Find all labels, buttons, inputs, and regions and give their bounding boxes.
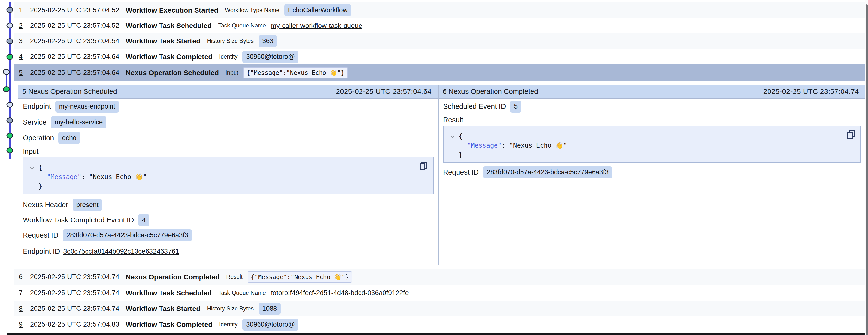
- field-endpoint: Endpoint my-nexus-endpoint: [19, 99, 438, 114]
- field-request-id: Request ID 283fd070-d57a-4423-bdca-c5c77…: [439, 165, 865, 179]
- event-row-8[interactable]: 8 2025-02-25 UTC 23:57:04.74 Workflow Ta…: [14, 301, 865, 316]
- event-id-link[interactable]: 1: [19, 6, 26, 14]
- event-id-link[interactable]: 9: [19, 321, 26, 328]
- event-name: Workflow Task Scheduled: [126, 289, 212, 297]
- field-label: Nexus Header: [23, 201, 68, 209]
- field-value-badge: 283fd070-d57a-4423-bdca-c5c779e6a3f3: [483, 166, 612, 178]
- field-label: Request ID: [443, 168, 478, 176]
- workflow-history-page: 1 2025-02-25 UTC 23:57:04.52 Workflow Ex…: [0, 0, 868, 335]
- field-value-badge: 5: [510, 101, 521, 113]
- event-attr-label: History Size Bytes: [207, 38, 254, 45]
- field-value-badge: my-nexus-endpoint: [55, 101, 119, 113]
- timeline-dot-1[interactable]: [7, 7, 13, 12]
- json-close-brace: }: [38, 182, 147, 191]
- event-row-4[interactable]: 4 2025-02-25 UTC 23:57:04.64 Workflow Ta…: [14, 49, 865, 64]
- event-name: Nexus Operation Scheduled: [126, 69, 219, 77]
- event-id-link[interactable]: 5: [19, 69, 26, 77]
- panel-header: 5 Nexus Operation Scheduled 2025-02-25 U…: [19, 85, 438, 99]
- json-separator: :: [81, 173, 89, 180]
- collapse-chevron-icon[interactable]: [30, 166, 35, 170]
- copy-icon: [847, 130, 855, 139]
- event-row-1[interactable]: 1 2025-02-25 UTC 23:57:04.52 Workflow Ex…: [14, 2, 865, 18]
- field-label: Workflow Task Completed Event ID: [23, 216, 134, 224]
- event-name: Workflow Task Started: [126, 37, 200, 45]
- collapse-chevron-icon[interactable]: [450, 135, 455, 138]
- timeline-dot-5-completed[interactable]: [3, 87, 9, 92]
- event-attr-label: Task Queue Name: [218, 290, 266, 296]
- scrollbar-track[interactable]: [865, 0, 868, 335]
- timeline-dot-8[interactable]: [7, 133, 13, 138]
- event-row-5-selected[interactable]: 5 2025-02-25 UTC 23:57:04.64 Nexus Opera…: [14, 64, 865, 81]
- event-name: Workflow Task Started: [126, 305, 200, 313]
- field-label: Endpoint ID: [23, 247, 60, 255]
- event-attr-label: History Size Bytes: [207, 305, 254, 312]
- timeline-dot-9[interactable]: [7, 148, 13, 153]
- field-scheduled-event-id: Scheduled Event ID 5: [439, 99, 865, 114]
- field-label: Endpoint: [23, 103, 51, 111]
- event-name: Workflow Task Scheduled: [126, 22, 212, 30]
- event-attr-badge: 30960@totoro@: [242, 51, 299, 63]
- event-detail-panels: 5 Nexus Operation Scheduled 2025-02-25 U…: [18, 85, 866, 266]
- event-timestamp: 2025-02-25 UTC 23:57:04.54: [30, 37, 126, 45]
- timeline-dot-4[interactable]: [7, 54, 13, 60]
- json-line: "Message": "Nexus Echo 👋": [459, 141, 567, 150]
- event-id-link[interactable]: 8: [19, 305, 26, 312]
- copy-button[interactable]: [419, 161, 428, 171]
- timeline-dot-3[interactable]: [7, 39, 13, 44]
- event-row-7[interactable]: 7 2025-02-25 UTC 23:57:04.74 Workflow Ta…: [14, 285, 865, 301]
- scrollbar-thumb[interactable]: [866, 4, 868, 335]
- panel-timestamp: 2025-02-25 UTC 23:57:04.64: [336, 88, 432, 96]
- copy-button[interactable]: [847, 130, 855, 139]
- event-id-link[interactable]: 3: [19, 37, 26, 45]
- json-key: "Message": [467, 142, 502, 149]
- json-close-brace: }: [459, 150, 567, 160]
- event-timestamp: 2025-02-25 UTC 23:57:04.83: [30, 321, 126, 328]
- event-timestamp: 2025-02-25 UTC 23:57:04.64: [30, 69, 126, 77]
- timeline-dot-6[interactable]: [7, 102, 13, 107]
- timeline-dot-2[interactable]: [7, 23, 13, 28]
- field-value-badge: echo: [58, 132, 80, 144]
- field-value-badge: 283fd070-d57a-4423-bdca-c5c779e6a3f3: [63, 229, 192, 241]
- event-json-badge: {"Message":"Nexus Echo 👋"}: [243, 67, 348, 78]
- event-row-9[interactable]: 9 2025-02-25 UTC 23:57:04.83 Workflow Ta…: [14, 316, 865, 333]
- event-id-link[interactable]: 4: [19, 53, 26, 61]
- json-code: { "Message": "Nexus Echo 👋" }: [38, 163, 147, 194]
- event-timestamp: 2025-02-25 UTC 23:57:04.64: [30, 53, 126, 61]
- event-timestamp: 2025-02-25 UTC 23:57:04.74: [30, 273, 126, 281]
- event-id-link[interactable]: 6: [19, 273, 26, 281]
- json-open-brace: {: [38, 163, 147, 172]
- panel-nexus-operation-scheduled: 5 Nexus Operation Scheduled 2025-02-25 U…: [19, 85, 438, 265]
- event-attr-badge: EchoCallerWorkflow: [284, 4, 351, 16]
- json-code: { "Message": "Nexus Echo 👋" }: [459, 132, 567, 162]
- field-label: Operation: [23, 134, 54, 142]
- event-attr-badge: 30960@totoro@: [242, 318, 299, 331]
- event-id-link[interactable]: 2: [19, 22, 26, 29]
- task-queue-link[interactable]: my-caller-workflow-task-queue: [271, 22, 362, 30]
- event-name: Workflow Task Completed: [126, 320, 213, 329]
- task-queue-link[interactable]: totoro:f494fecf-2d51-4d48-bdcd-036a0f912…: [271, 289, 409, 297]
- event-timestamp: 2025-02-25 UTC 23:57:04.52: [30, 22, 126, 29]
- endpoint-id-link[interactable]: 3c0c75ccfa8144b092c13ce632463761: [63, 247, 179, 255]
- event-attr-label: Task Queue Name: [218, 22, 266, 29]
- event-timestamp: 2025-02-25 UTC 23:57:04.74: [30, 289, 126, 297]
- event-attr-label: Input: [225, 69, 238, 76]
- panel-nexus-operation-completed: 6 Nexus Operation Completed 2025-02-25 U…: [438, 85, 865, 265]
- event-attr-label: Result: [226, 274, 243, 280]
- event-row-6[interactable]: 6 2025-02-25 UTC 23:57:04.74 Nexus Opera…: [14, 269, 865, 285]
- event-name: Nexus Operation Completed: [126, 273, 220, 281]
- result-label: Result: [439, 114, 865, 125]
- field-value-badge: present: [72, 199, 102, 211]
- field-endpoint-id: Endpoint ID 3c0c75ccfa8144b092c13ce63246…: [19, 245, 438, 258]
- bottom-edge: [7, 333, 865, 335]
- timeline-dot-5-scheduled[interactable]: [3, 69, 9, 75]
- json-value: "Nexus Echo 👋": [89, 173, 147, 180]
- event-name: Workflow Task Completed: [126, 53, 213, 61]
- event-row-3[interactable]: 3 2025-02-25 UTC 23:57:04.54 Workflow Ta…: [14, 33, 865, 49]
- field-operation: Operation echo: [19, 130, 438, 146]
- timeline-dot-7[interactable]: [7, 118, 13, 123]
- event-row-2[interactable]: 2 2025-02-25 UTC 23:57:04.52 Workflow Ta…: [14, 18, 865, 33]
- event-id-link[interactable]: 7: [19, 289, 26, 297]
- event-attr-badge: 363: [258, 35, 277, 47]
- event-json-badge: {"Message":"Nexus Echo 👋"}: [248, 272, 352, 282]
- field-value-badge: 4: [138, 214, 149, 226]
